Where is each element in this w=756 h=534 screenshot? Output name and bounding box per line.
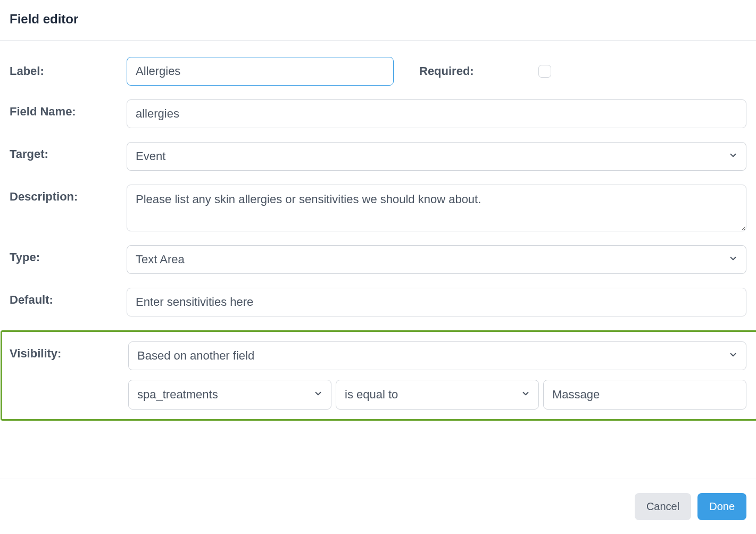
- condition-field-select[interactable]: [128, 380, 331, 410]
- label-label: Label:: [10, 64, 127, 78]
- row-visibility-condition: [10, 380, 746, 410]
- row-default: Default:: [10, 288, 746, 316]
- condition-value-input[interactable]: [543, 380, 746, 410]
- spacer: [10, 421, 746, 442]
- default-control-col: [127, 288, 746, 316]
- condition-row: [128, 380, 746, 410]
- done-button[interactable]: Done: [697, 493, 746, 520]
- visibility-condition-col: [128, 380, 746, 410]
- row-description: Description:: [10, 185, 746, 231]
- field-name-input[interactable]: [127, 99, 746, 128]
- row-label-required: Label: Required:: [10, 57, 746, 86]
- condition-value-wrapper: [543, 380, 746, 410]
- form-body: Label: Required: Field Name: Target:: [0, 41, 756, 479]
- condition-operator-wrapper: [336, 380, 539, 410]
- default-label: Default:: [10, 288, 127, 307]
- type-select[interactable]: [127, 245, 746, 274]
- default-input[interactable]: [127, 288, 746, 316]
- required-section: Required:: [419, 64, 746, 78]
- target-control-col: [127, 142, 746, 171]
- field-editor-dialog: Field editor Label: Required: Field Name…: [0, 0, 756, 534]
- field-name-label: Field Name:: [10, 99, 127, 119]
- type-label: Type:: [10, 245, 127, 264]
- cancel-button[interactable]: Cancel: [635, 493, 691, 520]
- dialog-footer: Cancel Done: [0, 479, 756, 534]
- target-select-wrapper: [127, 142, 746, 171]
- description-textarea[interactable]: [127, 185, 746, 231]
- target-label: Target:: [10, 142, 127, 161]
- row-visibility: Visibility:: [10, 341, 746, 370]
- dialog-header: Field editor: [0, 0, 756, 41]
- condition-field-wrapper: [128, 380, 331, 410]
- required-label: Required:: [419, 64, 538, 78]
- dialog-title: Field editor: [10, 12, 746, 27]
- description-control-col: [127, 185, 746, 231]
- visibility-condition-spacer: [10, 380, 128, 385]
- visibility-label: Visibility:: [10, 341, 128, 361]
- type-control-col: [127, 245, 746, 274]
- row-target: Target:: [10, 142, 746, 171]
- condition-operator-select[interactable]: [336, 380, 539, 410]
- label-control-col: Required:: [127, 57, 746, 86]
- type-select-wrapper: [127, 245, 746, 274]
- target-select[interactable]: [127, 142, 746, 171]
- required-checkbox[interactable]: [538, 65, 551, 78]
- row-type: Type:: [10, 245, 746, 274]
- label-input[interactable]: [127, 57, 394, 86]
- visibility-control-col: [128, 341, 746, 370]
- row-field-name: Field Name:: [10, 99, 746, 128]
- description-label: Description:: [10, 185, 127, 204]
- visibility-select-wrapper: [128, 341, 746, 370]
- visibility-select[interactable]: [128, 341, 746, 370]
- field-name-control-col: [127, 99, 746, 128]
- visibility-block: Visibility:: [1, 330, 756, 421]
